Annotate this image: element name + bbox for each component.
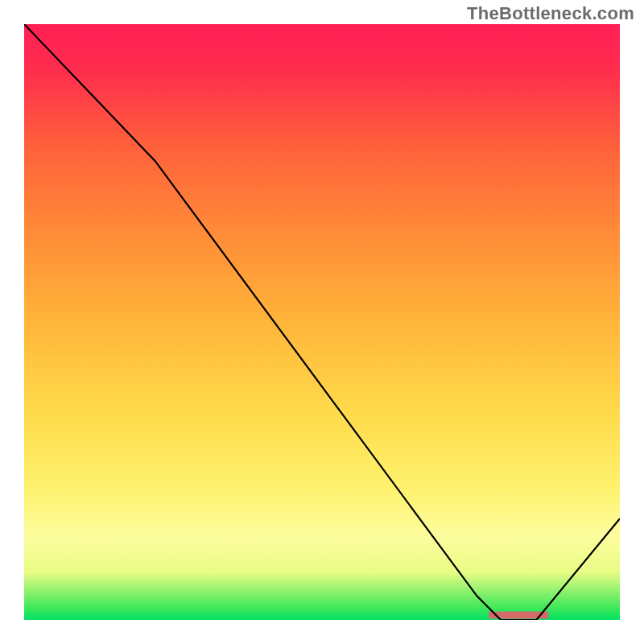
plot-svg bbox=[24, 24, 620, 620]
attribution-text: TheBottleneck.com bbox=[467, 3, 634, 24]
plot-area bbox=[24, 24, 620, 620]
chart-container: TheBottleneck.com bbox=[0, 0, 644, 644]
curve-line bbox=[24, 24, 620, 620]
